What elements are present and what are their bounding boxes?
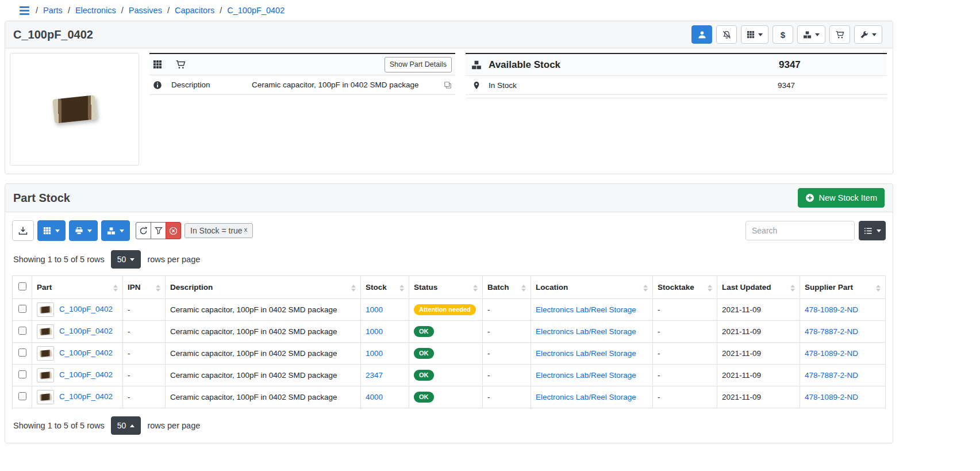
part-thumbnail [37, 346, 54, 361]
batch-cell: - [483, 321, 531, 343]
status-badge: OK [414, 326, 434, 338]
stock-link[interactable]: 1000 [366, 349, 383, 358]
part-link[interactable]: C_100pF_0402 [59, 392, 113, 401]
breadcrumb-item-capacitors[interactable]: Capacitors [175, 6, 214, 15]
ipn-cell: - [123, 321, 166, 343]
breadcrumb-separator: / [36, 6, 38, 15]
location-link[interactable]: Electronics Lab/Reel Storage [536, 327, 636, 336]
column-header-batch[interactable]: Batch [483, 276, 531, 299]
last-updated-cell: 2021-11-09 [717, 386, 800, 408]
new-stock-item-button[interactable]: New Stock Item [798, 188, 885, 208]
sort-icon [643, 285, 648, 292]
showing-rows-text: Showing 1 to 5 of 5 rows [13, 421, 105, 430]
row-checkbox[interactable] [18, 305, 26, 313]
location-link[interactable]: Electronics Lab/Reel Storage [536, 349, 636, 358]
sort-icon [473, 285, 478, 292]
row-checkbox[interactable] [18, 392, 26, 400]
part-options-button[interactable] [854, 25, 882, 44]
subscribe-button[interactable] [691, 25, 712, 44]
description-cell: Ceramic capacitor, 100pF in 0402 SMD pac… [166, 343, 361, 365]
page-size-dropdown[interactable]: 50 [111, 416, 141, 435]
supplier-part-link[interactable]: 478-1089-2-ND [805, 305, 858, 314]
pricing-button[interactable]: $ [773, 25, 793, 44]
page-size-dropdown[interactable]: 50 [111, 250, 141, 269]
ipn-cell: - [123, 299, 166, 321]
breadcrumb-item-electronics[interactable]: Electronics [75, 6, 116, 15]
stock-link[interactable]: 4000 [366, 393, 383, 401]
part-stock-header: Part Stock New Stock Item [5, 184, 893, 212]
stock-link[interactable]: 2347 [366, 371, 383, 380]
supplier-part-link[interactable]: 478-1089-2-ND [805, 349, 858, 358]
part-image[interactable] [10, 53, 139, 166]
select-all-checkbox[interactable] [18, 282, 26, 290]
last-updated-cell: 2021-11-09 [717, 321, 800, 343]
order-actions-button[interactable] [829, 25, 850, 44]
info-icon [153, 81, 162, 90]
stock-actions-button[interactable] [797, 25, 825, 44]
clear-filters-button[interactable] [166, 222, 181, 239]
column-header-stocktake[interactable]: Stocktake [653, 276, 717, 299]
rows-per-page-text: rows per page [147, 255, 200, 264]
column-header-description[interactable]: Description [166, 276, 361, 299]
column-header-last-updated[interactable]: Last Updated [717, 276, 800, 299]
barcode-actions-button[interactable] [741, 25, 768, 44]
part-link[interactable]: C_100pF_0402 [59, 327, 113, 335]
location-link[interactable]: Electronics Lab/Reel Storage [536, 305, 636, 314]
cart-icon[interactable] [176, 60, 186, 70]
part-link[interactable]: C_100pF_0402 [59, 305, 113, 313]
column-header-status[interactable]: Status [409, 276, 483, 299]
stock-options-dropdown-button[interactable] [101, 220, 130, 241]
barcode-dropdown-button[interactable] [37, 220, 66, 241]
stock-link[interactable]: 1000 [366, 305, 383, 314]
print-dropdown-button[interactable] [69, 220, 98, 241]
column-header-location[interactable]: Location [531, 276, 653, 299]
notifications-off-button[interactable] [716, 25, 737, 44]
row-checkbox[interactable] [18, 370, 26, 378]
showing-rows-text: Showing 1 to 5 of 5 rows [13, 255, 105, 264]
column-header-ipn[interactable]: IPN [123, 276, 166, 299]
page-size-value: 50 [117, 421, 126, 430]
part-thumbnail [37, 368, 54, 382]
part-link[interactable]: C_100pF_0402 [59, 370, 113, 379]
breadcrumb-item-current-part[interactable]: C_100pF_0402 [227, 6, 285, 15]
pagination-top: Showing 1 to 5 of 5 rows 50 rows per pag… [13, 250, 886, 269]
location-link[interactable]: Electronics Lab/Reel Storage [536, 393, 636, 401]
breadcrumb-item-parts[interactable]: Parts [43, 6, 63, 15]
location-link[interactable]: Electronics Lab/Reel Storage [536, 371, 636, 380]
caret-down-icon [120, 229, 124, 232]
column-header-stock[interactable]: Stock [361, 276, 409, 299]
filter-chip-label: In Stock = true [190, 226, 243, 235]
column-header-part[interactable]: Part [32, 276, 123, 299]
description-label: Description [171, 81, 252, 89]
sort-icon [876, 285, 881, 292]
search-input[interactable] [745, 221, 855, 240]
cart-icon [836, 30, 844, 39]
column-select-button[interactable] [859, 221, 886, 240]
breadcrumb-separator: / [121, 6, 124, 15]
export-button[interactable] [12, 220, 34, 241]
filter-chip-remove[interactable]: x [244, 226, 248, 233]
show-part-details-button[interactable]: Show Part Details [385, 57, 452, 72]
copy-icon[interactable] [444, 81, 452, 89]
sort-icon [708, 285, 712, 292]
row-checkbox[interactable] [18, 327, 26, 335]
row-checkbox[interactable] [18, 349, 26, 357]
in-stock-row: In Stock 9347 [466, 76, 887, 95]
table-row: C_100pF_0402 - Ceramic capacitor, 100pF … [13, 365, 886, 386]
available-stock-total: 9347 [779, 59, 881, 71]
breadcrumb-item-passives[interactable]: Passives [129, 6, 162, 15]
menu-icon[interactable] [20, 6, 29, 15]
filter-button[interactable] [151, 222, 166, 239]
supplier-part-link[interactable]: 478-7887-2-ND [805, 327, 858, 336]
page-title: C_100pF_0402 [13, 28, 93, 41]
part-stock-title: Part Stock [13, 192, 70, 205]
part-link[interactable]: C_100pF_0402 [59, 349, 113, 357]
available-stock-tail [466, 95, 887, 98]
refresh-button[interactable] [136, 222, 151, 239]
supplier-part-link[interactable]: 478-1089-2-ND [805, 393, 858, 401]
supplier-part-link[interactable]: 478-7887-2-ND [805, 371, 858, 380]
column-header-supplier-part[interactable]: Supplier Part [800, 276, 886, 299]
stock-link[interactable]: 1000 [366, 327, 383, 336]
description-row: Description Ceramic capacitor, 100pF in … [149, 75, 455, 95]
page-size-value: 50 [117, 255, 126, 264]
